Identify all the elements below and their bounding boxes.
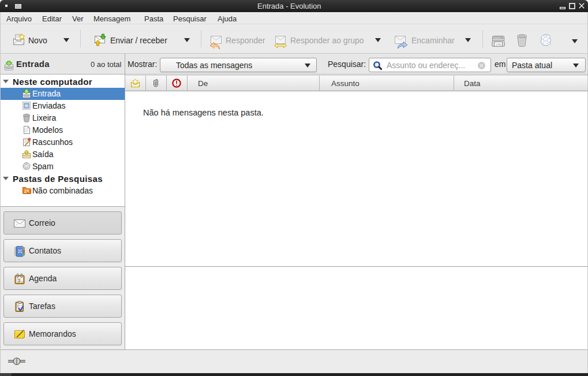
svg-text:3: 3 [18, 278, 20, 282]
